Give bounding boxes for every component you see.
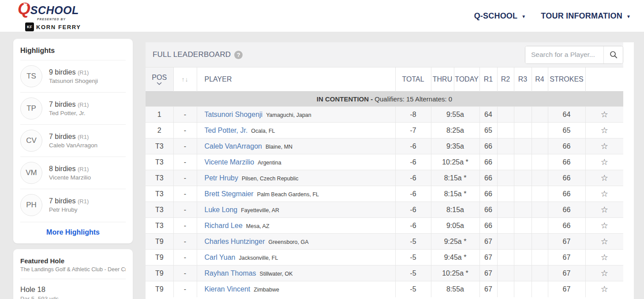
search-icon <box>610 51 618 59</box>
player-name-link[interactable]: Tatsunori Shogenji <box>205 111 263 118</box>
col-r1[interactable]: R1 <box>479 67 497 92</box>
player-name-link[interactable]: Vicente Marzilio <box>205 158 255 166</box>
col-pos[interactable]: POS <box>146 67 173 92</box>
highlight-item[interactable]: PH 7 birdies (R1) Petr Hruby <box>20 189 126 221</box>
player-name-link[interactable]: Caleb VanArragon <box>205 142 262 150</box>
player-name-link[interactable]: Rayhan Thomas <box>205 269 256 277</box>
player-name-link[interactable]: Richard Lee <box>205 222 243 229</box>
favorite-star-icon[interactable]: ☆ <box>601 157 608 167</box>
cell-r2 <box>497 170 514 186</box>
player-avatar: TS <box>20 65 42 87</box>
col-r3[interactable]: R3 <box>514 67 532 92</box>
player-location: Argentina <box>258 160 281 166</box>
search-button[interactable] <box>603 46 623 64</box>
cell-favorite: ☆ <box>585 218 623 234</box>
favorite-star-icon[interactable]: ☆ <box>601 142 608 151</box>
cell-thru-today: 8:15a * <box>431 170 479 186</box>
leaderboard-table: POS ↑↓ PLAYER TOTAL THRU TO <box>146 67 623 297</box>
player-location: Zimbabwe <box>254 287 279 293</box>
cell-thru-today: 10:25a * <box>431 154 479 170</box>
logo-wordmark: Q SCHOOL <box>18 0 81 17</box>
player-name-link[interactable]: Kieran Vincent <box>205 285 251 293</box>
cell-favorite: ☆ <box>585 202 623 218</box>
divider <box>20 279 126 279</box>
cell-r1: 67 <box>479 234 497 250</box>
nav-qschool[interactable]: Q-SCHOOL ▼ <box>474 11 526 21</box>
qschool-logo[interactable]: Q SCHOOL PRESENTED BY KF KORN FERRY <box>18 0 81 32</box>
highlight-item[interactable]: CV 7 birdies (R1) Caleb VanArragon <box>20 124 126 157</box>
player-name-link[interactable]: Ted Potter, Jr. <box>205 127 248 134</box>
cell-movement: - <box>173 107 197 123</box>
chevron-down-icon: ▼ <box>521 13 526 19</box>
cell-strokes: 67 <box>548 250 585 265</box>
player-name-link[interactable]: Petr Hruby <box>205 174 238 182</box>
cell-r4 <box>532 138 548 154</box>
cell-favorite: ☆ <box>585 170 623 186</box>
cell-favorite: ☆ <box>585 250 623 265</box>
nav-tour-information-label: TOUR INFORMATION <box>541 11 622 21</box>
favorite-star-icon[interactable]: ☆ <box>601 205 608 214</box>
cell-strokes: 66 <box>548 154 585 170</box>
cell-total: -5 <box>395 265 431 281</box>
highlight-round: (R1) <box>78 101 89 108</box>
more-highlights-link[interactable]: More Highlights <box>46 228 100 236</box>
col-r2[interactable]: R2 <box>497 67 514 92</box>
col-total[interactable]: TOTAL <box>395 67 431 92</box>
favorite-star-icon[interactable]: ☆ <box>601 126 608 135</box>
favorite-star-icon[interactable]: ☆ <box>601 221 608 230</box>
cell-pos: T3 <box>146 186 173 202</box>
col-player[interactable]: PLAYER <box>197 67 395 92</box>
cell-r4 <box>532 281 548 297</box>
featured-hole-number: Hole 18 <box>20 285 126 294</box>
cell-r4 <box>532 234 548 250</box>
player-name-link[interactable]: Carl Yuan <box>205 254 236 261</box>
favorite-star-icon[interactable]: ☆ <box>601 189 608 198</box>
cell-r3 <box>514 170 532 186</box>
cell-r2 <box>497 154 514 170</box>
cell-player: Rayhan ThomasStillwater, OK <box>197 265 395 281</box>
favorite-star-icon[interactable]: ☆ <box>601 269 608 278</box>
cell-total: -6 <box>395 202 431 218</box>
cell-thru-today: 10:25a * <box>431 265 479 281</box>
featured-hole-par: Par 5, 593 yds <box>20 295 126 299</box>
cell-player: Carl YuanJacksonville, FL <box>197 250 395 265</box>
cell-r4 <box>532 107 548 123</box>
col-today[interactable]: TODAY <box>454 67 479 92</box>
player-name-link[interactable]: Brett Stegmaier <box>205 190 254 198</box>
cell-r3 <box>514 265 532 281</box>
favorite-star-icon[interactable]: ☆ <box>601 110 608 119</box>
favorite-star-icon[interactable]: ☆ <box>601 253 608 262</box>
korn-ferry-monogram-icon: KF <box>25 22 34 31</box>
highlight-item[interactable]: TS 9 birdies (R1) Tatsunori Shogenji <box>20 60 126 92</box>
cell-favorite: ☆ <box>585 138 623 154</box>
arrow-down-icon: ↓ <box>185 76 189 83</box>
player-name-link[interactable]: Luke Long <box>205 206 238 213</box>
cell-pos: 1 <box>146 107 173 123</box>
highlight-item[interactable]: VM 8 birdies (R1) Vicente Marzilio <box>20 157 126 189</box>
highlight-round: (R1) <box>78 69 89 76</box>
col-strokes[interactable]: STROKES <box>548 67 585 92</box>
favorite-star-icon[interactable]: ☆ <box>601 237 608 246</box>
highlight-item[interactable]: TP 7 birdies (R1) Ted Potter, Jr. <box>20 92 126 124</box>
cell-thru-today: 9:35a <box>431 138 479 154</box>
cell-total: -5 <box>395 281 431 297</box>
col-thru[interactable]: THRU <box>431 67 454 92</box>
cell-pos: T9 <box>146 234 173 250</box>
col-movement[interactable]: ↑↓ <box>173 67 197 92</box>
favorite-star-icon[interactable]: ☆ <box>601 284 608 294</box>
col-r4[interactable]: R4 <box>532 67 548 92</box>
featured-hole-card: Featured Hole The Landings Golf & Athlet… <box>13 249 133 299</box>
player-location: Ocala, FL <box>251 128 275 134</box>
nav-tour-information[interactable]: TOUR INFORMATION ▼ <box>541 11 631 21</box>
highlights-card: Highlights TS 9 birdies (R1) Tatsunori S… <box>13 39 133 243</box>
leaderboard-row: T3 - Vicente MarzilioArgentina -6 10:25a… <box>146 154 623 170</box>
cell-r2 <box>497 250 514 265</box>
search-input[interactable] <box>525 46 603 64</box>
cell-strokes: 65 <box>548 123 585 138</box>
favorite-star-icon[interactable]: ☆ <box>601 173 608 183</box>
cell-strokes: 67 <box>548 281 585 297</box>
help-icon[interactable]: ? <box>234 51 243 59</box>
cell-movement: - <box>173 218 197 234</box>
cell-total: -6 <box>395 154 431 170</box>
player-name-link[interactable]: Charles Huntzinger <box>205 238 265 245</box>
